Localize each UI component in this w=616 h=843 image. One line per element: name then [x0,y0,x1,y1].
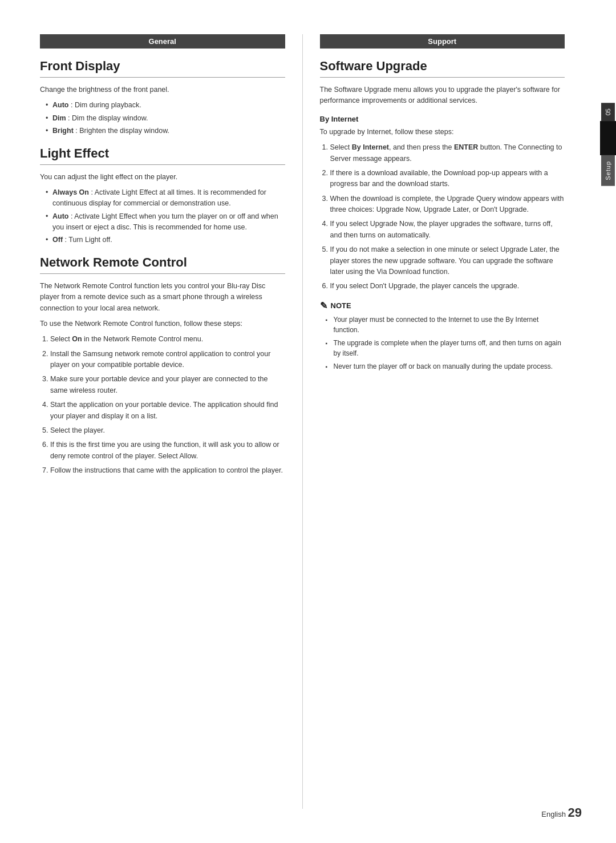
list-item: Install the Samsung network remote contr… [50,349,285,371]
note-item: Never turn the player off or back on man… [326,361,565,372]
footer-text: English [541,810,566,818]
list-item: Select On in the Network Remote Control … [50,334,285,345]
light-effect-section: Light Effect You can adjust the light ef… [40,146,285,246]
front-display-section: Front Display Change the brightness of t… [40,59,285,137]
side-tab-number: 05 [601,103,615,121]
support-header: Support [320,34,565,49]
list-item: When the download is complete, the Upgra… [330,193,565,216]
network-remote-intro2: To use the Network Remote Control functi… [40,318,285,329]
list-item: If you do not make a selection in one mi… [330,244,565,277]
by-internet-steps: Select By Internet, and then press the E… [320,142,565,292]
list-item: Make sure your portable device and your … [50,374,285,396]
list-item: Bright : Brighten the display window. [46,126,285,136]
list-item: Auto : Activate Light Effect when you tu… [46,211,285,233]
list-item: Always On : Activate Light Effect at all… [46,187,285,209]
side-tab: 05 Setup [600,103,616,186]
list-item: Auto : Dim during playback. [46,100,285,111]
network-remote-section: Network Remote Control The Network Remot… [40,255,285,477]
note-item: The upgrade is complete when the player … [326,338,565,358]
software-upgrade-title: Software Upgrade [320,59,565,78]
front-display-list: Auto : Dim during playback. Dim : Dim th… [40,100,285,136]
page-number: 29 [568,805,582,820]
by-internet-intro: To upgrade by Internet, follow these ste… [320,127,565,138]
page-footer: English 29 [541,805,582,820]
network-remote-steps: Select On in the Network Remote Control … [40,334,285,476]
software-upgrade-intro: The Software Upgrade menu allows you to … [320,84,565,107]
note-section: ✎ NOTE Your player must be connected to … [320,300,565,372]
left-column: General Front Display Change the brightn… [11,34,303,809]
content-area: General Front Display Change the brightn… [0,34,599,809]
list-item: If you select Upgrade Now, the player up… [330,219,565,241]
side-tab-black-bar [600,121,616,155]
note-list: Your player must be connected to the Int… [320,314,565,372]
list-item: Off : Turn Light off. [46,235,285,245]
side-tab-label: Setup [601,155,615,186]
list-item: If you select Don't Upgrade, the player … [330,281,565,292]
light-effect-title: Light Effect [40,146,285,165]
note-item: Your player must be connected to the Int… [326,314,565,335]
list-item: Select the player. [50,425,285,436]
list-item: Follow the instructions that came with t… [50,465,285,476]
note-header: ✎ NOTE [320,300,565,311]
network-remote-title: Network Remote Control [40,255,285,274]
by-internet-heading: By Internet [320,115,565,123]
light-effect-intro: You can adjust the light effect on the p… [40,172,285,183]
note-icon: ✎ [320,300,327,311]
list-item: Dim : Dim the display window. [46,113,285,124]
note-label: NOTE [331,301,351,310]
front-display-intro: Change the brightness of the front panel… [40,84,285,95]
light-effect-list: Always On : Activate Light Effect at all… [40,187,285,246]
front-display-title: Front Display [40,59,285,78]
software-upgrade-section: Software Upgrade The Software Upgrade me… [320,59,565,372]
list-item: If this is the first time you are using … [50,439,285,462]
list-item: Start the application on your portable d… [50,400,285,422]
list-item: If there is a download available, the Do… [330,168,565,190]
general-header: General [40,34,285,49]
right-column: Support Software Upgrade The Software Up… [303,34,588,809]
network-remote-intro1: The Network Remote Control function lets… [40,281,285,314]
list-item: Select By Internet, and then press the E… [330,142,565,164]
